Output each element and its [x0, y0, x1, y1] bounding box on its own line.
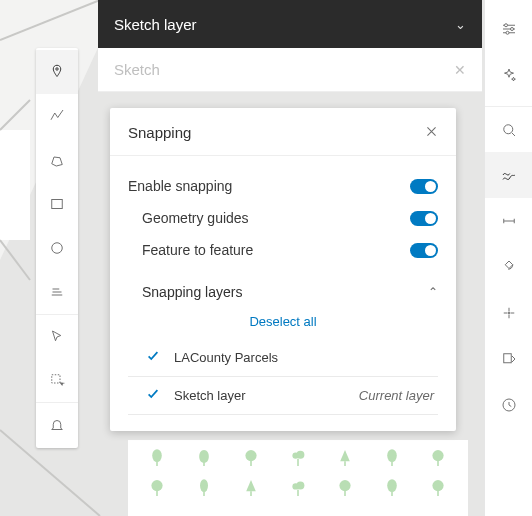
svg-rect-42: [391, 491, 393, 496]
enable-snapping-label: Enable snapping: [128, 178, 410, 194]
geometry-guides-label: Geometry guides: [142, 210, 410, 226]
svg-rect-22: [250, 460, 252, 466]
rail-sparkle[interactable]: [485, 52, 533, 98]
svg-point-9: [52, 243, 63, 254]
tool-point[interactable]: [36, 50, 78, 94]
svg-rect-40: [344, 490, 346, 496]
feature-to-feature-toggle[interactable]: [410, 243, 438, 258]
panel-collapse-icon[interactable]: ⌄: [455, 17, 466, 32]
tree-icon: [196, 448, 212, 468]
tool-polyline[interactable]: [36, 94, 78, 138]
svg-point-27: [387, 449, 397, 462]
tree-icon: [290, 478, 306, 498]
svg-point-12: [510, 28, 513, 31]
rail-rotate[interactable]: [485, 244, 533, 290]
svg-point-13: [506, 31, 509, 34]
tree-icon: [430, 478, 446, 498]
svg-point-11: [504, 24, 507, 27]
tree-icon: [384, 478, 400, 498]
svg-rect-10: [52, 375, 60, 383]
tree-icon: [243, 448, 259, 468]
check-icon: [146, 387, 160, 404]
svg-rect-20: [203, 462, 205, 466]
layers-collapse-icon[interactable]: ⌃: [428, 285, 438, 299]
enable-snapping-toggle[interactable]: [410, 179, 438, 194]
rail-clock[interactable]: [485, 382, 533, 428]
right-rail: [484, 0, 532, 516]
tool-select[interactable]: [36, 314, 78, 358]
rail-edit[interactable]: [485, 336, 533, 382]
feature-to-feature-label: Feature to feature: [142, 242, 410, 258]
svg-point-7: [56, 68, 58, 70]
svg-point-21: [246, 450, 257, 461]
panel-subheader: Sketch ✕: [98, 48, 482, 92]
popup-close-icon[interactable]: [425, 125, 438, 141]
svg-point-29: [433, 450, 444, 461]
panel-header: Sketch layer ⌄: [98, 0, 482, 48]
layer-name: LACounty Parcels: [174, 350, 420, 365]
svg-rect-38: [297, 490, 299, 496]
symbol-gallery: [128, 440, 468, 516]
svg-point-18: [153, 449, 163, 462]
tree-icon: [337, 478, 353, 498]
geometry-guides-toggle[interactable]: [410, 211, 438, 226]
rail-search[interactable]: [485, 106, 533, 152]
rail-measure[interactable]: [485, 198, 533, 244]
snapping-layers-title: Snapping layers: [142, 284, 428, 300]
tree-icon: [243, 478, 259, 498]
tool-lasso-select[interactable]: [36, 358, 78, 402]
svg-rect-4: [0, 130, 30, 240]
rail-sketch-tool[interactable]: [485, 152, 533, 198]
check-icon: [146, 349, 160, 366]
svg-point-15: [508, 312, 510, 314]
svg-rect-34: [203, 491, 205, 496]
tool-circle[interactable]: [36, 226, 78, 270]
svg-rect-32: [157, 490, 159, 496]
svg-point-37: [296, 482, 304, 490]
svg-point-39: [339, 480, 350, 491]
panel-title: Sketch layer: [114, 16, 455, 33]
layer-name: Sketch layer: [174, 388, 345, 403]
subheader-close-icon[interactable]: ✕: [454, 62, 466, 78]
rail-settings[interactable]: [485, 6, 533, 52]
svg-rect-35: [250, 491, 252, 496]
svg-rect-8: [52, 200, 63, 209]
panel-subtitle: Sketch: [114, 61, 454, 78]
tree-icon: [196, 478, 212, 498]
tool-notify[interactable]: [36, 402, 78, 446]
tree-icon: [337, 448, 353, 468]
tree-icon: [430, 448, 446, 468]
tool-text[interactable]: [36, 270, 78, 314]
layer-row[interactable]: LACounty Parcels: [128, 339, 438, 377]
svg-point-24: [296, 451, 304, 459]
svg-rect-16: [503, 354, 511, 363]
svg-rect-28: [391, 461, 393, 466]
left-toolbar: [36, 48, 78, 448]
svg-point-14: [503, 124, 512, 133]
popup-title: Snapping: [128, 124, 425, 141]
svg-rect-44: [438, 490, 440, 496]
svg-point-41: [387, 479, 397, 492]
svg-point-31: [152, 480, 163, 491]
layer-tag: Current layer: [359, 388, 438, 403]
tree-icon: [149, 448, 165, 468]
tree-icon: [384, 448, 400, 468]
tool-rectangle[interactable]: [36, 182, 78, 226]
svg-point-43: [433, 480, 444, 491]
tree-icon: [290, 448, 306, 468]
snapping-popup: Snapping Enable snapping Geometry guides…: [110, 108, 456, 431]
rail-target[interactable]: [485, 290, 533, 336]
svg-rect-25: [297, 459, 299, 466]
svg-rect-30: [438, 460, 440, 466]
layer-row[interactable]: Sketch layer Current layer: [128, 377, 438, 415]
svg-point-33: [200, 479, 208, 492]
tree-icon: [149, 478, 165, 498]
tool-polygon[interactable]: [36, 138, 78, 182]
svg-rect-26: [344, 461, 346, 466]
svg-rect-19: [157, 461, 159, 466]
deselect-all-link[interactable]: Deselect all: [128, 306, 438, 339]
